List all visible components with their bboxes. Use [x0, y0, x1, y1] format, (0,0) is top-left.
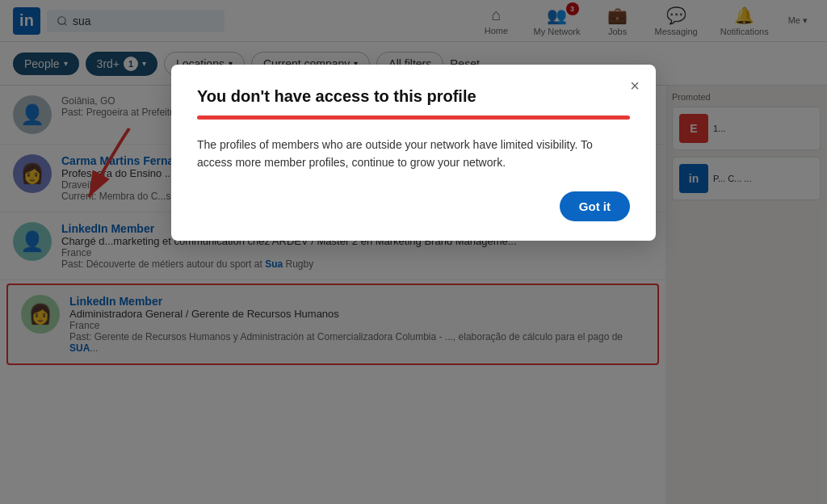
modal-footer: Got it — [197, 191, 630, 221]
modal-title: You don't have access to this profile — [197, 87, 630, 106]
modal-overlay[interactable]: × You don't have access to this profile … — [0, 0, 827, 504]
modal-close-button[interactable]: × — [630, 78, 640, 94]
got-it-button[interactable]: Got it — [560, 191, 630, 221]
modal-progress-bar — [197, 116, 630, 120]
modal-dialog: × You don't have access to this profile … — [171, 65, 656, 241]
modal-body: The profiles of members who are outside … — [197, 136, 630, 172]
